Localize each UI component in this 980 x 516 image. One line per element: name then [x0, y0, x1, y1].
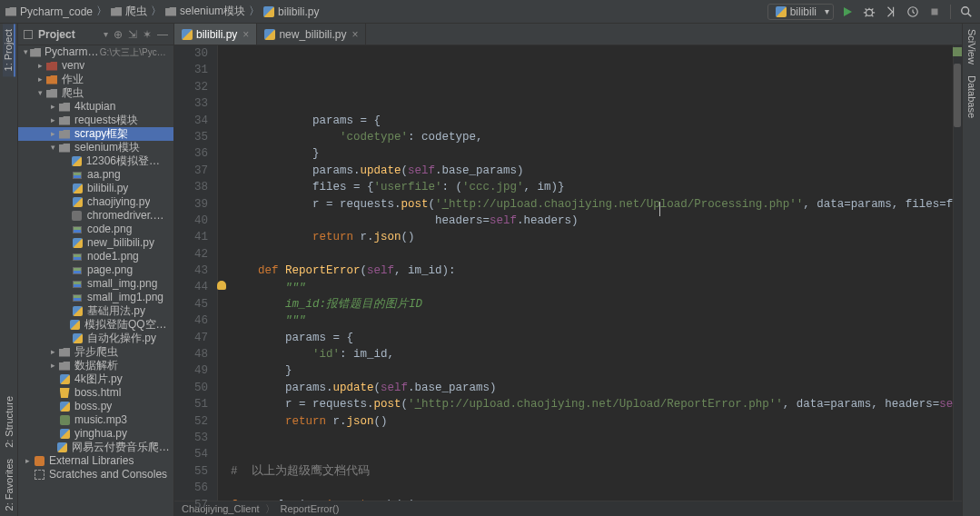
- tree-row[interactable]: 自动化操作.py: [18, 332, 173, 345]
- debug-button[interactable]: [861, 4, 877, 20]
- profile-button[interactable]: [905, 4, 921, 20]
- tree-row[interactable]: 网易云付费音乐爬取.py: [18, 441, 173, 454]
- chevron-down-icon[interactable]: [47, 141, 58, 154]
- tree-row[interactable]: 数据解析: [18, 359, 173, 372]
- chevron-right-icon[interactable]: [22, 454, 33, 468]
- chevron-down-icon[interactable]: [22, 45, 30, 59]
- python-icon: [263, 6, 274, 17]
- editor-scrollbar[interactable]: [953, 45, 962, 501]
- tree-row[interactable]: code.png: [18, 223, 173, 236]
- tree-item-label: 爬虫: [62, 86, 84, 100]
- python-icon: [776, 6, 787, 17]
- tree-row[interactable]: 作业: [18, 73, 173, 86]
- tree-item-label: requests模块: [74, 114, 138, 127]
- tree-row[interactable]: chromedriver.exe: [18, 209, 173, 223]
- tree-row[interactable]: selenium模块: [18, 141, 173, 154]
- breadcrumb-item[interactable]: bilibili.py: [263, 5, 319, 18]
- tree-row[interactable]: requests模块: [18, 114, 173, 127]
- chevron-right-icon[interactable]: [47, 345, 58, 359]
- py-icon: [71, 306, 84, 317]
- view-mode-dropdown[interactable]: ▾: [104, 29, 108, 39]
- tree-row[interactable]: scrapy框架: [18, 127, 173, 141]
- search-everywhere-button[interactable]: [958, 4, 975, 20]
- tree-row[interactable]: venv: [18, 59, 173, 73]
- tree-item-label: 作业: [62, 73, 84, 86]
- run-button[interactable]: [839, 4, 856, 20]
- tree-row[interactable]: 异步爬虫: [18, 345, 173, 359]
- editor-tab[interactable]: bilibili.py×: [174, 24, 257, 45]
- hide-button[interactable]: —: [157, 28, 168, 41]
- chevron-right-icon[interactable]: [47, 127, 58, 141]
- tree-row[interactable]: 模拟登陆QQ空间.py: [18, 318, 173, 332]
- tree-row[interactable]: small_img1.png: [18, 291, 173, 304]
- line-number: 38: [174, 179, 208, 195]
- run-with-coverage-button[interactable]: [883, 4, 899, 20]
- chevron-right-icon: 〉: [265, 502, 275, 516]
- chevron-right-icon[interactable]: [47, 359, 58, 372]
- tool-sciview-tab[interactable]: SciView: [966, 24, 977, 70]
- tree-item-label: 网易云付费音乐爬取.py: [72, 441, 170, 454]
- tree-row[interactable]: 4k图片.py: [18, 372, 173, 386]
- tree-row[interactable]: 基础用法.py: [18, 304, 173, 318]
- project-tree[interactable]: Pycharm_code G:\大三上\Pycharm_covenv作业爬虫4k…: [18, 45, 173, 516]
- code-breadcrumb-item[interactable]: ReportError(): [281, 503, 340, 514]
- run-config-select[interactable]: bilibili: [767, 4, 834, 20]
- collapse-all-button[interactable]: ⇲: [128, 28, 137, 41]
- search-icon: [960, 5, 973, 18]
- tree-row[interactable]: boss.py: [18, 400, 173, 413]
- scroll-from-source-button[interactable]: ⊕: [114, 28, 123, 41]
- tool-favorites-tab[interactable]: 2: Favorites: [4, 453, 15, 516]
- tree-row[interactable]: node1.png: [18, 250, 173, 263]
- tree-row[interactable]: 12306模拟登陆.py: [18, 154, 173, 168]
- code-line: [231, 95, 953, 112]
- tree-item-label: venv: [62, 59, 84, 73]
- tree-row[interactable]: boss.html: [18, 386, 173, 400]
- folder-icon: [58, 129, 71, 140]
- editor-body[interactable]: 3031323334353637383940414243444546474849…: [174, 45, 962, 501]
- code-line: r = requests.post(''http://upload.chaoji…: [231, 396, 953, 412]
- tree-row[interactable]: aa.png: [18, 168, 173, 182]
- code-area[interactable]: params = { 'codetype': codetype, } param…: [218, 45, 953, 501]
- tree-row[interactable]: 4ktupian: [18, 100, 173, 114]
- tree-row[interactable]: chaojiying.py: [18, 195, 173, 209]
- tree-item-label: selenium模块: [74, 141, 140, 154]
- tool-database-tab[interactable]: Database: [966, 70, 977, 124]
- settings-button[interactable]: ✶: [143, 28, 152, 41]
- close-icon[interactable]: ×: [243, 28, 249, 41]
- tree-row[interactable]: yinghua.py: [18, 427, 173, 441]
- inspection-indicator: [953, 47, 962, 56]
- code-line: [231, 430, 953, 446]
- code-line: return r.json(): [231, 229, 953, 245]
- chevron-down-icon[interactable]: [35, 86, 45, 100]
- svg-point-3: [962, 6, 969, 14]
- py-icon: [71, 238, 84, 249]
- scroll-thumb[interactable]: [954, 64, 961, 127]
- close-icon[interactable]: ×: [351, 28, 358, 41]
- chevron-right-icon[interactable]: [35, 73, 45, 86]
- line-number: 36: [174, 145, 208, 162]
- tree-row[interactable]: new_bilibili.py: [18, 236, 173, 250]
- tool-project-tab[interactable]: 1: Project: [3, 24, 15, 76]
- tree-row[interactable]: External Libraries: [18, 454, 173, 468]
- tree-item-label: node1.png: [87, 250, 139, 263]
- tree-row[interactable]: music.mp3: [18, 413, 173, 427]
- chevron-right-icon[interactable]: [47, 100, 58, 114]
- breadcrumb-item[interactable]: Pycharm_code: [5, 5, 93, 18]
- chevron-right-icon[interactable]: [35, 59, 45, 73]
- chevron-right-icon[interactable]: [47, 114, 58, 127]
- editor-tab[interactable]: new_bilibili.py×: [257, 24, 366, 45]
- breadcrumb-item[interactable]: 爬虫: [111, 4, 147, 19]
- tree-row[interactable]: page.png: [18, 263, 173, 277]
- tree-row[interactable]: bilibili.py: [18, 182, 173, 195]
- img-icon: [71, 252, 84, 263]
- tree-row[interactable]: small_img.png: [18, 277, 173, 291]
- tree-item-path: G:\大三上\Pycharm_co: [100, 45, 170, 59]
- chevron-right-icon: 〉: [151, 4, 162, 19]
- stop-button[interactable]: [926, 4, 943, 20]
- tree-row[interactable]: 爬虫: [18, 86, 173, 100]
- tool-structure-tab[interactable]: 2: Structure: [4, 391, 15, 453]
- tree-row[interactable]: Scratches and Consoles: [18, 468, 173, 481]
- tree-item-label: scrapy框架: [74, 127, 128, 141]
- breadcrumb-item[interactable]: selenium模块: [165, 4, 245, 19]
- tree-row[interactable]: Pycharm_code G:\大三上\Pycharm_co: [18, 45, 173, 59]
